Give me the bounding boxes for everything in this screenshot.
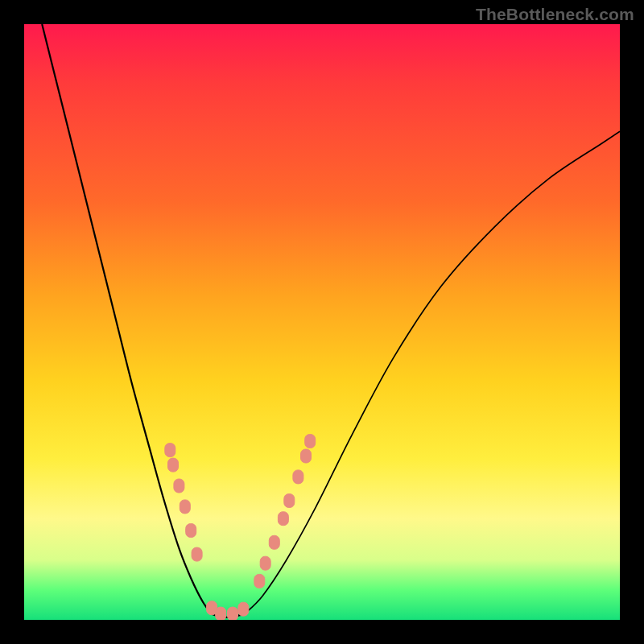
marker-pill (254, 574, 265, 588)
chart-frame: TheBottleneck.com (0, 0, 644, 644)
marker-pill (305, 435, 316, 448)
chart-svg (24, 24, 620, 620)
marker-pill (168, 458, 179, 472)
watermark-text: TheBottleneck.com (476, 5, 634, 24)
marker-pill (301, 449, 312, 463)
marker-pill (293, 470, 303, 484)
marker-pill (192, 547, 202, 561)
marker-group (165, 435, 316, 621)
marker-pill (165, 444, 175, 457)
marker-pill (180, 500, 190, 514)
marker-pill (269, 535, 279, 549)
marker-pill (260, 556, 270, 570)
marker-pill (174, 479, 184, 493)
line-right-curve (245, 131, 620, 613)
marker-pill (186, 524, 196, 538)
marker-pill (238, 602, 249, 616)
marker-pill (278, 512, 288, 526)
marker-pill (284, 494, 295, 508)
plot-area (24, 24, 620, 620)
marker-pill (228, 607, 238, 620)
marker-pill (216, 607, 226, 620)
